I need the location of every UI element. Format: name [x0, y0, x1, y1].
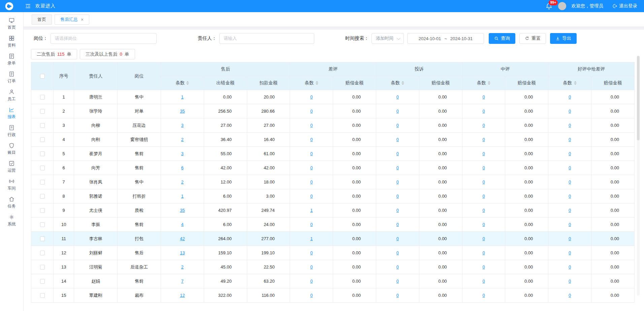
count-link[interactable]: 0: [569, 250, 571, 255]
count-link[interactable]: 0: [482, 208, 485, 213]
sidebar-item-行政[interactable]: 行政: [0, 122, 23, 140]
count-link[interactable]: 2: [181, 264, 184, 270]
row-checkbox[interactable]: [40, 236, 45, 241]
count-link[interactable]: 0: [482, 137, 485, 142]
tab-aftersale-summary[interactable]: 售后汇总 ×: [55, 15, 89, 25]
tab-second-aftersale[interactable]: 二次售后 115 单: [31, 49, 77, 59]
count-link[interactable]: 3: [181, 123, 184, 128]
count-link[interactable]: 0: [482, 109, 485, 114]
count-link[interactable]: 0: [569, 264, 571, 270]
sort-icon[interactable]: [316, 81, 318, 85]
count-link[interactable]: 0: [396, 264, 399, 270]
count-link[interactable]: 0: [482, 279, 485, 284]
count-link[interactable]: 0: [569, 123, 571, 128]
sidebar-item-员工[interactable]: 员工: [0, 86, 23, 104]
export-button[interactable]: 导出: [550, 33, 577, 44]
count-link[interactable]: 0: [396, 194, 399, 199]
row-checkbox[interactable]: [40, 208, 45, 213]
count-link[interactable]: 0: [482, 123, 485, 128]
avatar[interactable]: [558, 2, 566, 10]
sidebar-item-系统[interactable]: 系统: [0, 211, 23, 229]
menu-fold-icon[interactable]: [25, 3, 31, 9]
vertical-scrollbar[interactable]: [637, 55, 640, 295]
sidebar-item-资料[interactable]: 资料: [0, 33, 23, 51]
sort-icon[interactable]: [574, 81, 577, 85]
count-link[interactable]: 0: [396, 165, 399, 170]
time-type-select[interactable]: 添加时间: [372, 33, 404, 44]
count-link[interactable]: 0: [310, 179, 313, 185]
count-link[interactable]: 0: [482, 179, 485, 185]
row-checkbox[interactable]: [40, 251, 45, 255]
count-link[interactable]: 0: [396, 137, 399, 142]
row-checkbox[interactable]: [40, 279, 45, 284]
person-filter-input[interactable]: 请输入: [219, 33, 314, 44]
count-link[interactable]: 0: [569, 109, 571, 114]
count-link[interactable]: 0: [569, 236, 571, 241]
count-link[interactable]: 0: [482, 264, 485, 270]
count-link[interactable]: 0: [396, 151, 399, 156]
count-link[interactable]: 0: [310, 123, 313, 128]
count-link[interactable]: 2: [181, 137, 184, 142]
row-checkbox[interactable]: [40, 293, 45, 298]
count-link[interactable]: 35: [180, 109, 185, 114]
count-link[interactable]: 4: [181, 222, 184, 227]
row-checkbox[interactable]: [40, 123, 45, 128]
count-link[interactable]: 0: [396, 293, 399, 298]
select-all-checkbox[interactable]: [40, 74, 45, 79]
sidebar-item-录单[interactable]: 录单: [0, 51, 23, 68]
count-link[interactable]: 0: [310, 293, 313, 298]
count-link[interactable]: 0: [310, 137, 313, 142]
reset-button[interactable]: 重置: [519, 33, 546, 44]
count-link[interactable]: 0: [396, 250, 399, 255]
count-link[interactable]: 0: [569, 151, 571, 156]
count-link[interactable]: 0: [569, 279, 571, 284]
count-link[interactable]: 0: [396, 279, 399, 284]
count-link[interactable]: 0: [310, 165, 313, 170]
count-link[interactable]: 0: [310, 194, 313, 199]
count-link[interactable]: 35: [180, 208, 185, 213]
row-checkbox[interactable]: [40, 166, 45, 170]
post-filter-input[interactable]: 请选择岗位: [51, 33, 157, 44]
count-link[interactable]: 0: [569, 208, 571, 213]
count-link[interactable]: 0: [310, 250, 313, 255]
count-link[interactable]: 0: [310, 94, 313, 100]
close-icon[interactable]: ×: [81, 17, 84, 22]
count-link[interactable]: 13: [180, 250, 185, 255]
count-link[interactable]: 1: [181, 94, 184, 100]
count-link[interactable]: 6: [181, 165, 184, 170]
count-link[interactable]: 0: [396, 236, 399, 241]
sidebar-item-运营[interactable]: 运营: [0, 158, 23, 176]
notification-bell-icon[interactable]: 99+: [545, 2, 553, 10]
scrollbar-thumb[interactable]: [637, 56, 640, 140]
sort-icon[interactable]: [401, 81, 404, 85]
row-checkbox[interactable]: [40, 265, 45, 270]
count-link[interactable]: 0: [482, 250, 485, 255]
count-link[interactable]: 0: [569, 293, 571, 298]
count-link[interactable]: 0: [569, 165, 571, 170]
sidebar-item-车间[interactable]: 车间: [0, 176, 23, 194]
count-link[interactable]: 0: [310, 264, 313, 270]
count-link[interactable]: 0: [396, 208, 399, 213]
count-link[interactable]: 0: [569, 179, 571, 185]
count-link[interactable]: 0: [396, 123, 399, 128]
sort-icon[interactable]: [186, 81, 189, 85]
count-link[interactable]: 0: [396, 94, 399, 100]
search-button[interactable]: 查询: [489, 33, 515, 44]
count-link[interactable]: 0: [310, 151, 313, 156]
count-link[interactable]: 0: [310, 279, 313, 284]
count-link[interactable]: 3: [181, 151, 184, 156]
sort-icon[interactable]: [488, 81, 490, 85]
count-link[interactable]: 1: [181, 194, 184, 199]
count-link[interactable]: 1: [310, 236, 313, 241]
tab-third-plus-aftersale[interactable]: 三次及以上售后 0 单: [80, 49, 135, 59]
row-checkbox[interactable]: [40, 137, 45, 142]
count-link[interactable]: 0: [310, 222, 313, 227]
count-link[interactable]: 0: [396, 109, 399, 114]
count-link[interactable]: 0: [396, 222, 399, 227]
logout-button[interactable]: 退出登录: [612, 3, 637, 9]
count-link[interactable]: 0: [482, 151, 485, 156]
count-link[interactable]: 0: [569, 94, 571, 100]
count-link[interactable]: 0: [482, 94, 485, 100]
count-link[interactable]: 12: [180, 293, 185, 298]
count-link[interactable]: 7: [181, 279, 184, 284]
